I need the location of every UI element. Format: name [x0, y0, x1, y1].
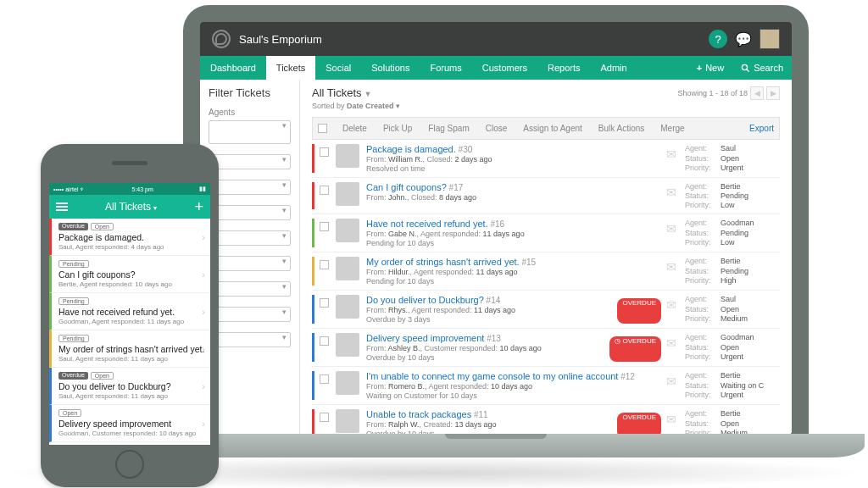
- avatar[interactable]: [760, 29, 780, 49]
- next-page-button[interactable]: ▶: [766, 86, 780, 100]
- ticket-subject[interactable]: I'm unable to connect my game console to…: [366, 371, 618, 381]
- ticket-subject[interactable]: My order of strings hasn't arrived yet.: [366, 257, 520, 267]
- filter-dropdown[interactable]: [209, 256, 291, 271]
- bulk-actions-button[interactable]: Bulk Actions: [592, 122, 651, 135]
- tab-dashboard[interactable]: Dashboard: [200, 56, 266, 80]
- overdue-badge: OVERDUE: [617, 298, 661, 324]
- tab-solutions[interactable]: Solutions: [361, 56, 420, 80]
- status-tag: Open: [58, 409, 81, 417]
- chat-icon[interactable]: 💬: [734, 30, 753, 48]
- ticket-type-icon: ✉: [666, 336, 680, 350]
- flag-spam-button[interactable]: Flag Spam: [421, 122, 476, 135]
- ticket-props: Agent:BertieStatus:OpenPriority:Medium: [685, 409, 780, 434]
- phone-ticket-row[interactable]: PendingHave not received refund yet.Good…: [49, 293, 210, 330]
- row-checkbox[interactable]: [320, 186, 329, 195]
- overdue-badge: OVERDUE: [617, 413, 661, 434]
- filter-dropdown[interactable]: [209, 154, 291, 169]
- ticket-meta: From: Gabe N., Agent responded: 11 days …: [366, 230, 665, 238]
- ticket-row[interactable]: Delivery speed improvement #13From: Ashl…: [312, 329, 780, 367]
- row-checkbox[interactable]: [320, 222, 329, 231]
- tab-forums[interactable]: Forums: [420, 56, 472, 80]
- ticket-row[interactable]: Do you deliver to Duckburg? #14From: Rhy…: [312, 291, 780, 329]
- ticket-row[interactable]: I'm unable to connect my game console to…: [312, 367, 780, 405]
- export-link[interactable]: Export: [749, 124, 774, 133]
- filter-dropdown[interactable]: [209, 180, 291, 195]
- phone-ticket-row[interactable]: OverdueOpenDo you deliver to Duckburg?Sa…: [49, 368, 210, 405]
- ticket-id: #14: [487, 296, 501, 305]
- row-checkbox[interactable]: [320, 374, 329, 384]
- ticket-row[interactable]: Unable to track packages #11From: Ralph …: [312, 405, 780, 434]
- search-button[interactable]: Search: [732, 56, 792, 80]
- ticket-row[interactable]: Have not received refund yet. #16From: G…: [312, 214, 780, 252]
- tab-social[interactable]: Social: [315, 56, 361, 80]
- ticket-status-line: Pending for 10 days: [366, 277, 665, 286]
- tab-tickets[interactable]: Tickets: [266, 56, 315, 80]
- row-checkbox[interactable]: [320, 260, 329, 269]
- add-button[interactable]: +: [194, 198, 203, 216]
- app-logo: [212, 30, 231, 48]
- ticket-props: Agent:GoodmanStatus:OpenPriority:Urgent: [685, 333, 780, 362]
- agents-dropdown[interactable]: [209, 120, 291, 144]
- row-checkbox[interactable]: [320, 336, 329, 346]
- ticket-list: Package is damaged. #30From: William R.,…: [312, 140, 780, 434]
- ticket-subject[interactable]: Can I gift coupons?: [366, 182, 447, 192]
- ticket-subject[interactable]: Have not received refund yet.: [366, 219, 488, 229]
- new-button[interactable]: +New: [688, 56, 732, 80]
- home-button[interactable]: [115, 450, 144, 479]
- ticket-meta: From: William R., Closed: 2 days ago: [366, 155, 665, 164]
- phone-ticket-row[interactable]: PendingCan I gift coupons?Bertie, Agent …: [49, 256, 210, 293]
- sort-label: Sorted by Date Created ▾: [312, 102, 400, 110]
- agents-label: Agents: [209, 108, 291, 117]
- bulk-toolbar: DeletePick UpFlag SpamCloseAssign to Age…: [312, 117, 780, 140]
- filter-dropdown[interactable]: [209, 230, 291, 246]
- ticket-status-line: Overdue by 10 days: [366, 353, 609, 362]
- filter-dropdown[interactable]: [209, 332, 291, 347]
- ticket-meta: From: Ralph W., Created: 13 days ago: [366, 420, 617, 429]
- help-icon[interactable]: ?: [709, 30, 727, 48]
- ticket-subject[interactable]: Delivery speed improvement: [366, 333, 484, 343]
- tab-customers[interactable]: Customers: [472, 56, 537, 80]
- phone-ticket-subject: Package is damaged.: [58, 232, 205, 242]
- chevron-right-icon: ›: [202, 232, 205, 242]
- close-button[interactable]: Close: [479, 122, 515, 135]
- phone-title[interactable]: All Tickets: [105, 201, 151, 213]
- tab-admin[interactable]: Admin: [591, 56, 637, 80]
- ticket-type-icon: ✉: [666, 222, 680, 236]
- menu-icon[interactable]: [56, 202, 68, 211]
- delete-button[interactable]: Delete: [336, 122, 374, 135]
- ticket-meta: From: Romero B., Agent responded: 10 day…: [366, 382, 665, 391]
- ticket-subject[interactable]: Package is damaged.: [366, 144, 456, 154]
- ticket-type-icon: ✉: [666, 298, 680, 312]
- paging-text: Showing 1 - 18 of 18: [677, 89, 748, 97]
- ticket-subject[interactable]: Unable to track packages: [366, 409, 471, 419]
- pick-up-button[interactable]: Pick Up: [376, 122, 419, 135]
- ticket-subject[interactable]: Do you deliver to Duckburg?: [366, 295, 484, 305]
- list-title[interactable]: All Tickets▼: [312, 86, 400, 99]
- filter-dropdown[interactable]: [209, 205, 291, 220]
- filter-dropdown[interactable]: [209, 307, 291, 322]
- laptop-base: [127, 434, 865, 458]
- ticket-props: Agent:BertieStatus:PendingPriority:Low: [685, 182, 780, 209]
- phone-ticket-row[interactable]: OverdueOpenPackage is damaged.Saul, Agen…: [49, 219, 210, 256]
- row-checkbox[interactable]: [320, 413, 329, 422]
- assign-to-agent-button[interactable]: Assign to Agent: [516, 122, 589, 135]
- select-all-checkbox[interactable]: [318, 124, 327, 133]
- phone-statusbar: ••••• airtel ᯤ 5:43 pm ▮▮: [49, 183, 210, 195]
- svg-line-1: [747, 69, 749, 71]
- ticket-row[interactable]: Can I gift coupons? #17From: John., Clos…: [312, 178, 780, 214]
- row-checkbox[interactable]: [320, 298, 329, 308]
- phone-ticket-row[interactable]: PendingMy order of strings hasn't arrive…: [49, 330, 210, 368]
- row-checkbox[interactable]: [320, 147, 329, 157]
- merge-button[interactable]: Merge: [654, 122, 691, 135]
- ticket-status-line: Waiting on Customer for 10 days: [366, 391, 665, 400]
- prev-page-button[interactable]: ◀: [750, 86, 764, 100]
- ticket-meta: From: John., Closed: 8 days ago: [366, 193, 665, 202]
- ticket-row[interactable]: My order of strings hasn't arrived yet. …: [312, 252, 780, 291]
- phone-ticket-meta: Bertie, Agent responded: 10 days ago: [58, 280, 205, 288]
- filter-dropdown[interactable]: [209, 281, 291, 297]
- phone-ticket-subject: Have not received refund yet.: [58, 307, 205, 317]
- ticket-row[interactable]: Package is damaged. #30From: William R.,…: [312, 140, 780, 178]
- phone-ticket-meta: Goodman, Agent responded: 11 days ago: [58, 318, 205, 325]
- phone-ticket-row[interactable]: OpenDelivery speed improvementGoodman, C…: [49, 405, 210, 442]
- tab-reports[interactable]: Reports: [537, 56, 591, 80]
